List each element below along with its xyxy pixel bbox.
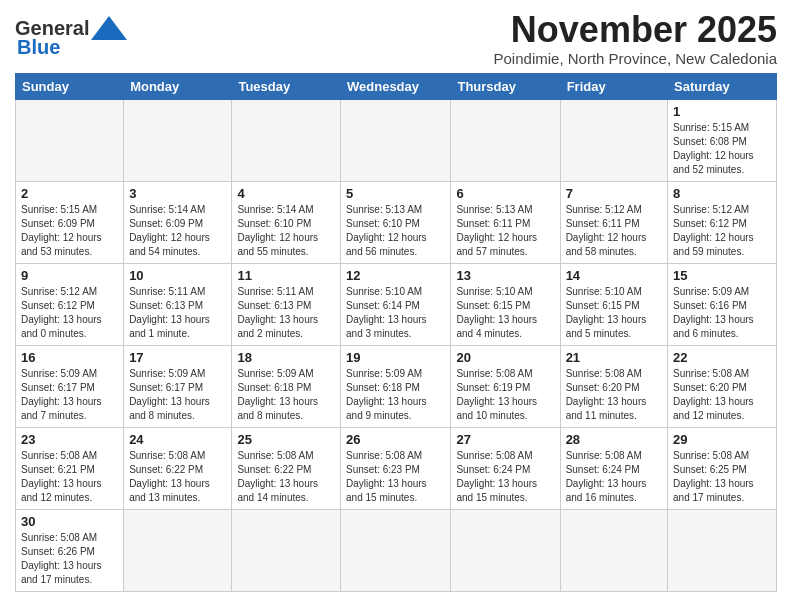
day-number: 14 bbox=[566, 268, 662, 283]
day-number: 3 bbox=[129, 186, 226, 201]
calendar-cell: 28Sunrise: 5:08 AM Sunset: 6:24 PM Dayli… bbox=[560, 427, 667, 509]
day-number: 30 bbox=[21, 514, 118, 529]
calendar-cell bbox=[560, 509, 667, 591]
day-number: 13 bbox=[456, 268, 554, 283]
week-row-5: 23Sunrise: 5:08 AM Sunset: 6:21 PM Dayli… bbox=[16, 427, 777, 509]
day-info: Sunrise: 5:08 AM Sunset: 6:22 PM Dayligh… bbox=[129, 449, 226, 505]
day-number: 15 bbox=[673, 268, 771, 283]
svg-marker-0 bbox=[91, 16, 127, 40]
day-number: 25 bbox=[237, 432, 335, 447]
day-info: Sunrise: 5:12 AM Sunset: 6:12 PM Dayligh… bbox=[21, 285, 118, 341]
day-info: Sunrise: 5:14 AM Sunset: 6:09 PM Dayligh… bbox=[129, 203, 226, 259]
calendar-cell: 7Sunrise: 5:12 AM Sunset: 6:11 PM Daylig… bbox=[560, 181, 667, 263]
calendar-cell: 18Sunrise: 5:09 AM Sunset: 6:18 PM Dayli… bbox=[232, 345, 341, 427]
day-number: 11 bbox=[237, 268, 335, 283]
day-info: Sunrise: 5:12 AM Sunset: 6:12 PM Dayligh… bbox=[673, 203, 771, 259]
calendar-cell: 9Sunrise: 5:12 AM Sunset: 6:12 PM Daylig… bbox=[16, 263, 124, 345]
calendar-cell: 21Sunrise: 5:08 AM Sunset: 6:20 PM Dayli… bbox=[560, 345, 667, 427]
calendar-cell: 16Sunrise: 5:09 AM Sunset: 6:17 PM Dayli… bbox=[16, 345, 124, 427]
day-number: 9 bbox=[21, 268, 118, 283]
day-info: Sunrise: 5:08 AM Sunset: 6:24 PM Dayligh… bbox=[566, 449, 662, 505]
week-row-2: 2Sunrise: 5:15 AM Sunset: 6:09 PM Daylig… bbox=[16, 181, 777, 263]
weekday-header-friday: Friday bbox=[560, 73, 667, 99]
calendar-cell: 2Sunrise: 5:15 AM Sunset: 6:09 PM Daylig… bbox=[16, 181, 124, 263]
day-info: Sunrise: 5:15 AM Sunset: 6:08 PM Dayligh… bbox=[673, 121, 771, 177]
day-number: 19 bbox=[346, 350, 445, 365]
day-number: 21 bbox=[566, 350, 662, 365]
calendar-cell bbox=[668, 509, 777, 591]
day-info: Sunrise: 5:08 AM Sunset: 6:24 PM Dayligh… bbox=[456, 449, 554, 505]
calendar-cell: 11Sunrise: 5:11 AM Sunset: 6:13 PM Dayli… bbox=[232, 263, 341, 345]
week-row-3: 9Sunrise: 5:12 AM Sunset: 6:12 PM Daylig… bbox=[16, 263, 777, 345]
calendar-cell: 3Sunrise: 5:14 AM Sunset: 6:09 PM Daylig… bbox=[124, 181, 232, 263]
weekday-header-saturday: Saturday bbox=[668, 73, 777, 99]
day-number: 20 bbox=[456, 350, 554, 365]
day-number: 26 bbox=[346, 432, 445, 447]
day-info: Sunrise: 5:13 AM Sunset: 6:11 PM Dayligh… bbox=[456, 203, 554, 259]
weekday-header-sunday: Sunday bbox=[16, 73, 124, 99]
week-row-1: 1Sunrise: 5:15 AM Sunset: 6:08 PM Daylig… bbox=[16, 99, 777, 181]
weekday-header-tuesday: Tuesday bbox=[232, 73, 341, 99]
day-number: 8 bbox=[673, 186, 771, 201]
calendar-cell bbox=[232, 509, 341, 591]
weekday-header-thursday: Thursday bbox=[451, 73, 560, 99]
calendar-table: SundayMondayTuesdayWednesdayThursdayFrid… bbox=[15, 73, 777, 592]
week-row-6: 30Sunrise: 5:08 AM Sunset: 6:26 PM Dayli… bbox=[16, 509, 777, 591]
calendar-cell: 19Sunrise: 5:09 AM Sunset: 6:18 PM Dayli… bbox=[341, 345, 451, 427]
calendar-cell: 10Sunrise: 5:11 AM Sunset: 6:13 PM Dayli… bbox=[124, 263, 232, 345]
day-number: 18 bbox=[237, 350, 335, 365]
day-number: 22 bbox=[673, 350, 771, 365]
day-number: 27 bbox=[456, 432, 554, 447]
weekday-header-monday: Monday bbox=[124, 73, 232, 99]
day-info: Sunrise: 5:10 AM Sunset: 6:15 PM Dayligh… bbox=[456, 285, 554, 341]
week-row-4: 16Sunrise: 5:09 AM Sunset: 6:17 PM Dayli… bbox=[16, 345, 777, 427]
calendar-cell: 4Sunrise: 5:14 AM Sunset: 6:10 PM Daylig… bbox=[232, 181, 341, 263]
day-info: Sunrise: 5:08 AM Sunset: 6:20 PM Dayligh… bbox=[566, 367, 662, 423]
calendar-cell bbox=[232, 99, 341, 181]
day-number: 23 bbox=[21, 432, 118, 447]
day-info: Sunrise: 5:13 AM Sunset: 6:10 PM Dayligh… bbox=[346, 203, 445, 259]
calendar-cell: 24Sunrise: 5:08 AM Sunset: 6:22 PM Dayli… bbox=[124, 427, 232, 509]
month-title: November 2025 bbox=[494, 10, 777, 50]
day-number: 4 bbox=[237, 186, 335, 201]
title-area: November 2025 Poindimie, North Province,… bbox=[494, 10, 777, 67]
calendar-cell: 27Sunrise: 5:08 AM Sunset: 6:24 PM Dayli… bbox=[451, 427, 560, 509]
calendar-cell bbox=[124, 99, 232, 181]
day-info: Sunrise: 5:10 AM Sunset: 6:14 PM Dayligh… bbox=[346, 285, 445, 341]
day-info: Sunrise: 5:11 AM Sunset: 6:13 PM Dayligh… bbox=[129, 285, 226, 341]
calendar-cell: 26Sunrise: 5:08 AM Sunset: 6:23 PM Dayli… bbox=[341, 427, 451, 509]
day-number: 2 bbox=[21, 186, 118, 201]
day-info: Sunrise: 5:08 AM Sunset: 6:25 PM Dayligh… bbox=[673, 449, 771, 505]
calendar-cell: 8Sunrise: 5:12 AM Sunset: 6:12 PM Daylig… bbox=[668, 181, 777, 263]
calendar-cell bbox=[451, 99, 560, 181]
day-info: Sunrise: 5:08 AM Sunset: 6:26 PM Dayligh… bbox=[21, 531, 118, 587]
logo-shape-icon bbox=[91, 14, 127, 42]
day-number: 7 bbox=[566, 186, 662, 201]
calendar-cell: 1Sunrise: 5:15 AM Sunset: 6:08 PM Daylig… bbox=[668, 99, 777, 181]
day-info: Sunrise: 5:08 AM Sunset: 6:19 PM Dayligh… bbox=[456, 367, 554, 423]
day-info: Sunrise: 5:09 AM Sunset: 6:18 PM Dayligh… bbox=[346, 367, 445, 423]
calendar-cell bbox=[341, 509, 451, 591]
day-info: Sunrise: 5:10 AM Sunset: 6:15 PM Dayligh… bbox=[566, 285, 662, 341]
calendar-cell: 6Sunrise: 5:13 AM Sunset: 6:11 PM Daylig… bbox=[451, 181, 560, 263]
weekday-header-row: SundayMondayTuesdayWednesdayThursdayFrid… bbox=[16, 73, 777, 99]
day-number: 12 bbox=[346, 268, 445, 283]
calendar-cell: 14Sunrise: 5:10 AM Sunset: 6:15 PM Dayli… bbox=[560, 263, 667, 345]
calendar-cell: 23Sunrise: 5:08 AM Sunset: 6:21 PM Dayli… bbox=[16, 427, 124, 509]
calendar-cell bbox=[124, 509, 232, 591]
calendar-cell bbox=[560, 99, 667, 181]
day-number: 16 bbox=[21, 350, 118, 365]
calendar-cell bbox=[341, 99, 451, 181]
day-number: 1 bbox=[673, 104, 771, 119]
day-info: Sunrise: 5:09 AM Sunset: 6:17 PM Dayligh… bbox=[129, 367, 226, 423]
day-info: Sunrise: 5:08 AM Sunset: 6:21 PM Dayligh… bbox=[21, 449, 118, 505]
day-info: Sunrise: 5:12 AM Sunset: 6:11 PM Dayligh… bbox=[566, 203, 662, 259]
calendar-cell: 5Sunrise: 5:13 AM Sunset: 6:10 PM Daylig… bbox=[341, 181, 451, 263]
page-header: General Blue November 2025 Poindimie, No… bbox=[15, 10, 777, 67]
calendar-cell: 20Sunrise: 5:08 AM Sunset: 6:19 PM Dayli… bbox=[451, 345, 560, 427]
day-info: Sunrise: 5:08 AM Sunset: 6:23 PM Dayligh… bbox=[346, 449, 445, 505]
day-number: 6 bbox=[456, 186, 554, 201]
day-number: 10 bbox=[129, 268, 226, 283]
day-info: Sunrise: 5:08 AM Sunset: 6:20 PM Dayligh… bbox=[673, 367, 771, 423]
day-info: Sunrise: 5:15 AM Sunset: 6:09 PM Dayligh… bbox=[21, 203, 118, 259]
